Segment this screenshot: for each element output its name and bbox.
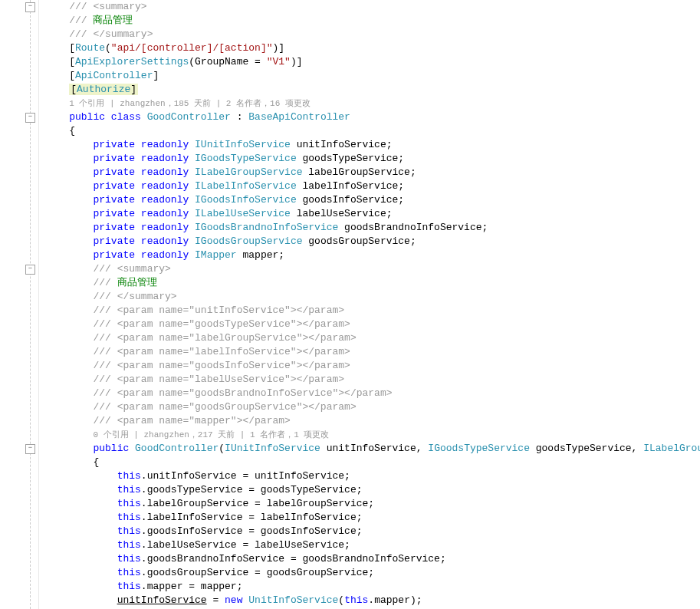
code-editor[interactable]: − − − − /// <summary> /// 商品管理 /// </sum…	[0, 0, 700, 609]
fold-minus-icon[interactable]: −	[25, 2, 35, 12]
fold-gutter: − − − −	[0, 0, 39, 609]
fold-minus-icon[interactable]: −	[25, 113, 35, 123]
fold-minus-icon[interactable]: −	[25, 444, 35, 454]
code-area[interactable]: /// <summary> /// 商品管理 /// </summary> [R…	[39, 0, 700, 609]
fold-minus-icon[interactable]: −	[25, 265, 35, 275]
